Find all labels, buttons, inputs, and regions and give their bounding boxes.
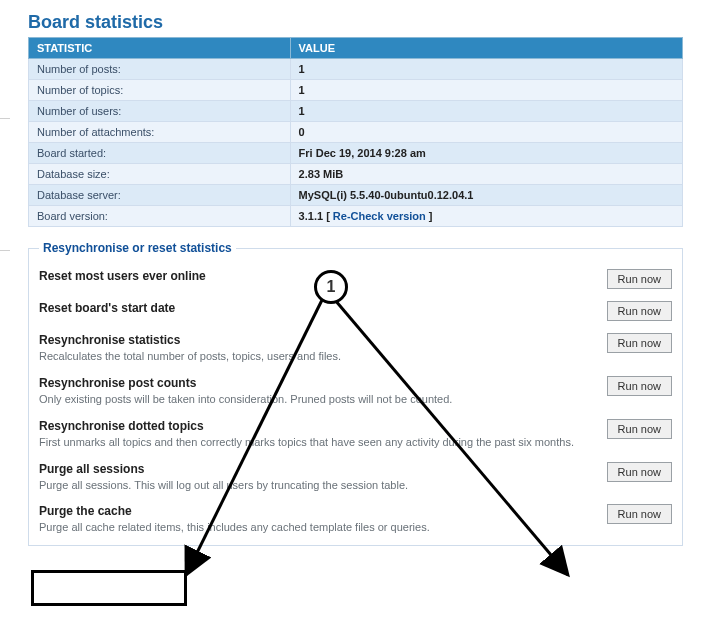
table-row: Database server:MySQL(i) 5.5.40-0ubuntu0… bbox=[29, 185, 683, 206]
action-description: Recalculates the total number of posts, … bbox=[39, 349, 597, 364]
action-title: Resynchronise statistics bbox=[39, 333, 597, 347]
table-row: Board version:3.1.1 [ Re-Check version ] bbox=[29, 206, 683, 227]
run-now-button-resynchronise-statistics[interactable]: Run now bbox=[607, 333, 672, 353]
stat-label: Number of posts: bbox=[29, 59, 291, 80]
table-row: Database size:2.83 MiB bbox=[29, 164, 683, 185]
run-now-button-reset-board-start-date[interactable]: Run now bbox=[607, 301, 672, 321]
action-text: Purge the cachePurge all cache related i… bbox=[39, 504, 607, 535]
stat-value: Fri Dec 19, 2014 9:28 am bbox=[290, 143, 682, 164]
action-title: Purge all sessions bbox=[39, 462, 597, 476]
annotation-highlight-purge-cache bbox=[31, 570, 187, 606]
stat-value: MySQL(i) 5.5.40-0ubuntu0.12.04.1 bbox=[290, 185, 682, 206]
action-title: Resynchronise post counts bbox=[39, 376, 597, 390]
action-text: Resynchronise dotted topicsFirst unmarks… bbox=[39, 419, 607, 450]
table-row: Number of posts:1 bbox=[29, 59, 683, 80]
action-title: Resynchronise dotted topics bbox=[39, 419, 597, 433]
run-now-button-purge-all-sessions[interactable]: Run now bbox=[607, 462, 672, 482]
action-text: Resynchronise post countsOnly existing p… bbox=[39, 376, 607, 407]
stat-label: Number of topics: bbox=[29, 80, 291, 101]
recheck-version-link[interactable]: Re-Check version bbox=[333, 210, 426, 222]
table-row: Number of topics:1 bbox=[29, 80, 683, 101]
resync-reset-fieldset: Resynchronise or reset statistics Reset … bbox=[28, 241, 683, 546]
stat-value: 0 bbox=[290, 122, 682, 143]
stat-value: 1 bbox=[290, 80, 682, 101]
action-title: Reset board's start date bbox=[39, 301, 597, 315]
action-row-purge-all-sessions: Purge all sessionsPurge all sessions. Th… bbox=[39, 462, 672, 493]
stat-value: 1 bbox=[290, 59, 682, 80]
action-text: Reset board's start date bbox=[39, 301, 607, 315]
action-description: Purge all cache related items, this incl… bbox=[39, 520, 597, 535]
run-now-button-reset-most-users-online[interactable]: Run now bbox=[607, 269, 672, 289]
table-row: Number of attachments:0 bbox=[29, 122, 683, 143]
stat-value: 2.83 MiB bbox=[290, 164, 682, 185]
run-now-button-resynchronise-dotted-topics[interactable]: Run now bbox=[607, 419, 672, 439]
run-now-button-resynchronise-post-counts[interactable]: Run now bbox=[607, 376, 672, 396]
action-row-purge-the-cache: Purge the cachePurge all cache related i… bbox=[39, 504, 672, 535]
divider bbox=[0, 250, 10, 251]
stat-label: Board started: bbox=[29, 143, 291, 164]
stat-label: Number of users: bbox=[29, 101, 291, 122]
stat-value: 1 bbox=[290, 101, 682, 122]
table-row: Board started:Fri Dec 19, 2014 9:28 am bbox=[29, 143, 683, 164]
action-description: Only existing posts will be taken into c… bbox=[39, 392, 597, 407]
board-statistics-table: STATISTIC VALUE Number of posts:1Number … bbox=[28, 37, 683, 227]
stat-value: 3.1.1 [ Re-Check version ] bbox=[290, 206, 682, 227]
action-row-resynchronise-dotted-topics: Resynchronise dotted topicsFirst unmarks… bbox=[39, 419, 672, 450]
column-header-value: VALUE bbox=[290, 38, 682, 59]
divider bbox=[0, 118, 10, 119]
stat-label: Database server: bbox=[29, 185, 291, 206]
action-description: First unmarks all topics and then correc… bbox=[39, 435, 597, 450]
run-now-button-purge-the-cache[interactable]: Run now bbox=[607, 504, 672, 524]
column-header-statistic: STATISTIC bbox=[29, 38, 291, 59]
action-row-reset-board-start-date: Reset board's start dateRun now bbox=[39, 301, 672, 321]
stat-label: Board version: bbox=[29, 206, 291, 227]
action-text: Resynchronise statisticsRecalculates the… bbox=[39, 333, 607, 364]
stat-label: Number of attachments: bbox=[29, 122, 291, 143]
stat-label: Database size: bbox=[29, 164, 291, 185]
action-text: Purge all sessionsPurge all sessions. Th… bbox=[39, 462, 607, 493]
annotation-marker-1: 1 bbox=[314, 270, 348, 304]
action-title: Purge the cache bbox=[39, 504, 597, 518]
fieldset-legend: Resynchronise or reset statistics bbox=[39, 241, 236, 255]
action-row-resynchronise-post-counts: Resynchronise post countsOnly existing p… bbox=[39, 376, 672, 407]
action-row-reset-most-users-online: Reset most users ever onlineRun now bbox=[39, 269, 672, 289]
action-description: Purge all sessions. This will log out al… bbox=[39, 478, 597, 493]
table-row: Number of users:1 bbox=[29, 101, 683, 122]
page-title: Board statistics bbox=[28, 12, 683, 33]
table-header-row: STATISTIC VALUE bbox=[29, 38, 683, 59]
action-row-resynchronise-statistics: Resynchronise statisticsRecalculates the… bbox=[39, 333, 672, 364]
